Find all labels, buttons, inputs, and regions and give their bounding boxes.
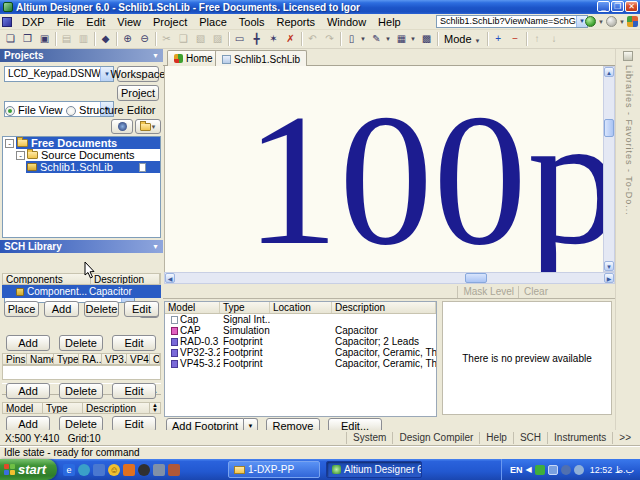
workspace-button[interactable]: Workspace	[117, 66, 159, 82]
structure-editor-radio[interactable]: Structure Editor	[66, 104, 155, 116]
panel-tab-more[interactable]: >>	[612, 432, 637, 444]
menu-dxp[interactable]: DXP	[16, 15, 51, 29]
panel-tab-system[interactable]: System	[346, 432, 392, 444]
table-row[interactable]: VP32-3.2 Footprint Capacitor, Ceramic, T…	[165, 347, 436, 358]
save-icon[interactable]: ▣	[36, 31, 53, 47]
panel-tab-help[interactable]: Help	[479, 432, 513, 444]
nav-back-dropdown-icon[interactable]: ▼	[598, 19, 604, 25]
scroll-up-icon[interactable]: ▲	[604, 67, 614, 77]
type-column-header[interactable]: Type	[54, 354, 79, 364]
search-icon[interactable]	[153, 464, 165, 476]
scroll-left-icon[interactable]: ◀	[165, 273, 175, 283]
table-row[interactable]: CAP Simulation Capacitor	[165, 325, 436, 336]
volume-icon[interactable]	[574, 465, 584, 475]
panel-tab-sch[interactable]: SCH	[513, 432, 547, 444]
pins-column-header[interactable]: Pins	[3, 354, 27, 364]
edit-pin-button[interactable]: Edit	[112, 383, 156, 399]
drawing-tools-dropdown-icon[interactable]: ▼	[385, 36, 393, 42]
panel-tab-design-compiler[interactable]: Design Compiler	[392, 432, 479, 444]
menu-window[interactable]: Window	[321, 15, 372, 29]
panel-pin-icon[interactable]	[623, 51, 633, 61]
start-button[interactable]: start	[0, 459, 57, 480]
model-column-header[interactable]: Model	[165, 302, 220, 313]
update-icon[interactable]	[561, 465, 571, 475]
document-address-combo[interactable]: Schlib1.SchLib?ViewName=SchGraphic ▼	[436, 15, 588, 28]
vp3-column-header[interactable]: VP3...	[102, 354, 127, 364]
user-icon[interactable]	[93, 464, 105, 476]
layers-icon[interactable]: ◆	[97, 31, 114, 47]
mode-button[interactable]: Mode ▼	[440, 31, 485, 47]
tab-home[interactable]: Home	[167, 50, 220, 66]
clear-filter-icon[interactable]: ✗	[282, 31, 299, 47]
nav-back-button[interactable]	[585, 16, 596, 27]
hide-icons-chevron-icon[interactable]: ◀	[526, 465, 532, 474]
canvas-vertical-scrollbar[interactable]: ▲ ▼	[603, 66, 615, 272]
canvas-horizontal-scrollbar[interactable]: ◀ ▶	[164, 272, 615, 284]
type-column-header[interactable]: Type	[43, 403, 83, 413]
ra-column-header[interactable]: RA...	[79, 354, 102, 364]
tree-item-source-documents[interactable]: - Source Documents	[3, 149, 160, 161]
orange-app-icon[interactable]	[123, 464, 135, 476]
open-icon[interactable]: ❐	[19, 31, 36, 47]
model-column-header[interactable]: Model	[3, 403, 43, 413]
zoom-in-icon[interactable]: ⊕	[119, 31, 136, 47]
nav-forward-dropdown-icon[interactable]: ▼	[619, 19, 625, 25]
project-button[interactable]: Project	[117, 85, 159, 101]
menu-project[interactable]: Project	[147, 15, 193, 29]
scroll-right-icon[interactable]: ▶	[604, 273, 614, 283]
name-column-header[interactable]: Name	[27, 354, 54, 364]
network-icon[interactable]	[548, 465, 558, 475]
restore-button[interactable]: ❐	[611, 1, 624, 12]
panel-tab-instruments[interactable]: Instruments	[547, 432, 612, 444]
scrollbar-thumb[interactable]	[465, 273, 487, 283]
model-list-header[interactable]: Model Type Description ▲▼	[2, 402, 161, 414]
delete-component-button[interactable]: Delete	[84, 301, 119, 317]
edit-alias-button[interactable]: Edit	[112, 335, 156, 351]
new-document-icon[interactable]: ❏	[2, 31, 19, 47]
delete-alias-button[interactable]: Delete	[59, 335, 103, 351]
ca-column-header[interactable]: CA...	[150, 354, 160, 364]
workspace-combo[interactable]: LCD_Keypad.DSNWRK * ▼	[4, 66, 114, 82]
location-column-header[interactable]: Location	[270, 302, 332, 313]
add-alias-button[interactable]: Add	[6, 335, 50, 351]
minimize-button[interactable]: _	[597, 1, 610, 12]
collapse-icon[interactable]: -	[5, 139, 14, 148]
component-row-capacitor[interactable]: Component... Capacitor	[2, 285, 161, 298]
tree-item-free-documents[interactable]: - Free Documents	[3, 137, 160, 149]
description-column-header[interactable]: Description	[91, 274, 160, 284]
spinner-icon[interactable]: ▲▼	[150, 403, 160, 413]
task-button-dxp-folder[interactable]: 1-DXP-PP	[228, 461, 320, 478]
grid-icon[interactable]: ▦	[393, 31, 410, 47]
internet-explorer-icon[interactable]: e	[63, 464, 75, 476]
description-column-header[interactable]: Description	[83, 403, 150, 413]
menu-reports[interactable]: Reports	[270, 15, 321, 29]
table-row[interactable]: VP45-3.2 Footprint Capacitor, Ceramic, T…	[165, 358, 436, 369]
pins-list-header[interactable]: Pins Name Type RA... VP3... VP4... CA...	[2, 353, 161, 365]
components-list-header[interactable]: Components Description	[2, 273, 161, 285]
chevron-down-icon[interactable]: ▼	[152, 49, 159, 62]
add-component-button[interactable]: Add	[44, 301, 79, 317]
scrollbar-thumb[interactable]	[604, 119, 614, 137]
description-column-header[interactable]: Description	[332, 302, 436, 313]
file-view-radio[interactable]: File View	[5, 104, 63, 116]
remove-mode-icon[interactable]: −	[507, 31, 524, 47]
side-tab-libraries[interactable]: Libraries - Favorites - To-Do...	[624, 65, 634, 216]
media-player-icon[interactable]	[138, 464, 150, 476]
place-button[interactable]: Place	[4, 301, 39, 317]
delete-pin-button[interactable]: Delete	[59, 383, 103, 399]
select-rectangle-icon[interactable]: ▭	[231, 31, 248, 47]
show-document-button[interactable]	[111, 119, 133, 134]
sch-library-panel-header[interactable]: SCH Library ▼	[0, 240, 163, 253]
components-column-header[interactable]: Components	[3, 274, 91, 284]
move-cross-icon[interactable]: ╋	[248, 31, 265, 47]
add-part-dropdown-icon[interactable]: ▼	[360, 36, 368, 42]
schematic-canvas[interactable]: 100p	[164, 66, 603, 272]
tree-item-schlib1[interactable]: Schlib1.SchLib	[3, 161, 160, 173]
table-row[interactable]: RAD-0.3 Footprint Capacitor; 2 Leads	[165, 336, 436, 347]
language-bar-icon[interactable]	[535, 465, 545, 475]
titlebar[interactable]: Altium Designer 6.0 - Schlib1.SchLib - F…	[0, 0, 640, 14]
collapse-icon[interactable]: -	[16, 151, 25, 160]
add-part-icon[interactable]: ▯	[343, 31, 360, 47]
menu-view[interactable]: View	[111, 15, 147, 29]
zoom-out-icon[interactable]: ⊖	[136, 31, 153, 47]
